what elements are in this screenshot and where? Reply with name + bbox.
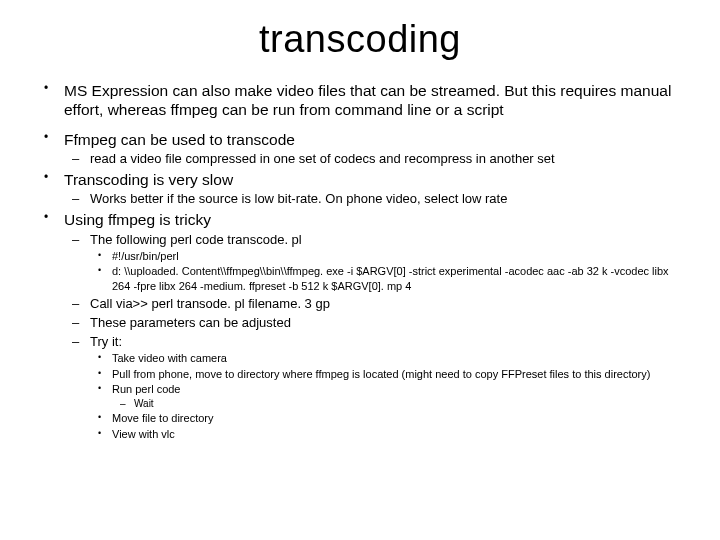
list-item: Using ffmpeg is tricky The following per…: [34, 210, 686, 442]
bullet-text: Works better if the source is low bit-ra…: [90, 191, 507, 206]
list-item: MS Expression can also make video files …: [34, 81, 686, 120]
list-item: Try it: Take video with camera Pull from…: [64, 334, 686, 442]
bullet-text: Run perl code: [112, 383, 181, 395]
bullet-text: #!/usr/bin/perl: [112, 250, 179, 262]
list-item: Wait: [112, 397, 686, 410]
list-item: #!/usr/bin/perl: [90, 249, 686, 264]
list-item: d: \\uploaded. Content\\ffmpeg\\bin\\ffm…: [90, 264, 686, 294]
slide: transcoding MS Expression can also make …: [0, 0, 720, 442]
bullet-text: MS Expression can also make video files …: [64, 82, 671, 118]
bullet-text: Using ffmpeg is tricky: [64, 211, 211, 228]
bullet-text: Call via>> perl transode. pl filename. 3…: [90, 296, 330, 311]
list-item: Run perl code Wait: [90, 382, 686, 410]
list-item: read a video file compressed in one set …: [64, 151, 686, 168]
bullet-text: These parameters can be adjusted: [90, 315, 291, 330]
bullet-list: MS Expression can also make video files …: [34, 81, 686, 442]
bullet-text: Wait: [134, 398, 154, 409]
bullet-text: Take video with camera: [112, 352, 227, 364]
list-item: Ffmpeg can be used to transcode read a v…: [34, 130, 686, 168]
list-item: Transcoding is very slow Works better if…: [34, 170, 686, 208]
list-item: Pull from phone, move to directory where…: [90, 367, 686, 382]
bullet-text: Try it:: [90, 334, 122, 349]
list-item: These parameters can be adjusted: [64, 315, 686, 332]
bullet-text: Move file to directory: [112, 412, 213, 424]
bullet-text: Transcoding is very slow: [64, 171, 233, 188]
bullet-text: d: \\uploaded. Content\\ffmpeg\\bin\\ffm…: [112, 265, 669, 292]
bullet-text: Pull from phone, move to directory where…: [112, 368, 650, 380]
list-item: View with vlc: [90, 427, 686, 442]
bullet-text: read a video file compressed in one set …: [90, 151, 555, 166]
bullet-text: Ffmpeg can be used to transcode: [64, 131, 295, 148]
list-item: The following perl code transcode. pl #!…: [64, 232, 686, 294]
list-item: Take video with camera: [90, 351, 686, 366]
list-item: Move file to directory: [90, 411, 686, 426]
list-item: Works better if the source is low bit-ra…: [64, 191, 686, 208]
bullet-text: View with vlc: [112, 428, 175, 440]
bullet-text: The following perl code transcode. pl: [90, 232, 302, 247]
list-item: Call via>> perl transode. pl filename. 3…: [64, 296, 686, 313]
slide-title: transcoding: [34, 18, 686, 61]
